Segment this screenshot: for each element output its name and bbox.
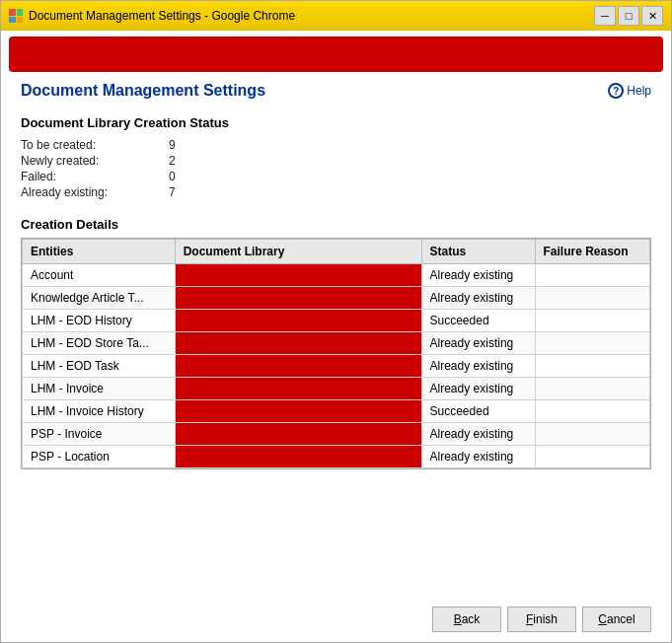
footer: Back Finish Cancel: [1, 597, 671, 642]
table-row: Account Already existing: [23, 264, 650, 287]
cell-failure-reason: [535, 310, 650, 332]
status-label-1: Newly created:: [21, 154, 169, 168]
back-label: Back: [454, 612, 481, 626]
col-failure-reason: Failure Reason: [535, 240, 650, 264]
cell-status: Already existing: [421, 378, 535, 400]
table-row: LHM - EOD History Succeeded: [23, 310, 650, 332]
cell-entity: LHM - Invoice: [23, 378, 176, 400]
cell-entity: Account: [23, 264, 176, 287]
cell-library: [175, 378, 421, 400]
title-bar-left: Document Management Settings - Google Ch…: [9, 9, 295, 23]
table-header-row: Entities Document Library Status Failure…: [23, 240, 650, 264]
status-grid: To be created: 9 Newly created: 2 Failed…: [21, 138, 651, 199]
details-section-title: Creation Details: [21, 217, 651, 232]
cell-failure-reason: [535, 378, 650, 400]
title-bar: Document Management Settings - Google Ch…: [1, 1, 671, 31]
cell-status: Succeeded: [421, 310, 535, 332]
close-button[interactable]: ✕: [641, 6, 663, 26]
status-label-2: Failed:: [21, 170, 169, 183]
status-value-0: 9: [169, 138, 208, 152]
help-icon: ?: [608, 83, 624, 99]
table-row: LHM - EOD Task Already existing: [23, 355, 650, 378]
minimize-button[interactable]: ─: [594, 6, 616, 26]
cell-library: [175, 355, 421, 378]
title-bar-controls: ─ □ ✕: [594, 6, 663, 26]
col-document-library: Document Library: [175, 240, 421, 264]
window: Document Management Settings - Google Ch…: [0, 0, 672, 643]
cancel-label: Cancel: [598, 612, 635, 626]
cell-library: [175, 287, 421, 310]
finish-button[interactable]: Finish: [507, 607, 576, 632]
window-title: Document Management Settings - Google Ch…: [29, 9, 295, 23]
table-row: LHM - EOD Store Ta... Already existing: [23, 332, 650, 355]
cell-failure-reason: [535, 332, 650, 355]
cell-failure-reason: [535, 355, 650, 378]
restore-button[interactable]: □: [618, 6, 639, 26]
col-entities: Entities: [23, 240, 176, 264]
table-row: LHM - Invoice History Succeeded: [23, 400, 650, 423]
table-row: Knowledge Article T... Already existing: [23, 287, 650, 310]
page-header: Document Management Settings ? Help: [21, 82, 651, 100]
cell-entity: PSP - Invoice: [23, 423, 176, 446]
cell-failure-reason: [535, 423, 650, 446]
back-button[interactable]: Back: [432, 607, 501, 632]
cell-failure-reason: [535, 287, 650, 310]
cell-library: [175, 332, 421, 355]
status-value-1: 2: [169, 154, 208, 168]
status-value-3: 7: [169, 185, 208, 199]
cell-failure-reason: [535, 400, 650, 423]
details-table-container: Entities Document Library Status Failure…: [21, 238, 651, 469]
status-label-0: To be created:: [21, 138, 169, 152]
cell-status: Already existing: [421, 264, 535, 287]
cell-entity: LHM - EOD Task: [23, 355, 176, 378]
windows-icon: [9, 9, 23, 23]
cell-status: Already existing: [421, 446, 535, 468]
cell-library: [175, 400, 421, 423]
cell-library: [175, 423, 421, 446]
cell-entity: LHM - EOD History: [23, 310, 176, 332]
help-label: Help: [627, 84, 651, 98]
col-status: Status: [421, 240, 535, 264]
details-table: Entities Document Library Status Failure…: [22, 239, 650, 468]
cell-status: Already existing: [421, 355, 535, 378]
status-section-title: Document Library Creation Status: [21, 115, 651, 130]
finish-label: Finish: [526, 612, 558, 626]
cell-library: [175, 446, 421, 468]
cell-status: Already existing: [421, 423, 535, 446]
cell-library: [175, 310, 421, 332]
table-row: PSP - Location Already existing: [23, 446, 650, 468]
main-content: Document Management Settings ? Help Docu…: [1, 78, 671, 597]
cell-failure-reason: [535, 264, 650, 287]
cell-failure-reason: [535, 446, 650, 468]
cell-entity: LHM - EOD Store Ta...: [23, 332, 176, 355]
cell-status: Already existing: [421, 332, 535, 355]
cell-entity: LHM - Invoice History: [23, 400, 176, 423]
status-label-3: Already existing:: [21, 185, 169, 199]
cancel-button[interactable]: Cancel: [582, 607, 651, 632]
table-row: PSP - Invoice Already existing: [23, 423, 650, 446]
cell-entity: Knowledge Article T...: [23, 287, 176, 310]
status-value-2: 0: [169, 170, 208, 183]
banner-bar: [9, 36, 663, 72]
cell-status: Succeeded: [421, 400, 535, 423]
help-link[interactable]: ? Help: [608, 83, 651, 99]
page-title: Document Management Settings: [21, 82, 265, 100]
cell-status: Already existing: [421, 287, 535, 310]
cell-entity: PSP - Location: [23, 446, 176, 468]
cell-library: [175, 264, 421, 287]
table-row: LHM - Invoice Already existing: [23, 378, 650, 400]
